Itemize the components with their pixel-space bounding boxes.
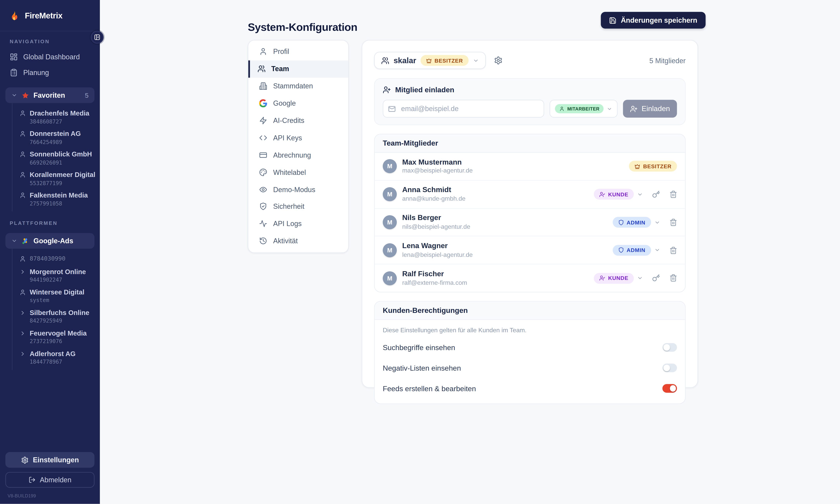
chevron-down-icon[interactable] — [637, 191, 643, 197]
role-label: ADMIN — [627, 219, 645, 225]
save-changes-button[interactable]: Änderungen speichern — [601, 12, 705, 29]
invite-role-select[interactable]: MITARBEITER — [550, 100, 618, 118]
role-badge-kunde[interactable]: KUNDE — [594, 273, 634, 284]
google-ads-group-header[interactable]: Google-Ads — [5, 233, 94, 249]
toggle-negativ-listen[interactable] — [662, 364, 677, 372]
tab-aktivitaet[interactable]: Aktivität — [248, 232, 348, 250]
member-row-ralf: M Ralf Fischer ralf@externe-firma.com KU… — [374, 265, 685, 292]
settings-button[interactable]: Einstellungen — [5, 452, 94, 468]
user-icon — [19, 151, 26, 157]
team-settings-gear-icon[interactable] — [494, 56, 503, 65]
crown-icon — [426, 57, 432, 64]
owner-badge: BESITZER — [421, 55, 469, 66]
permissions-title: Kunden-Berechtigungen — [374, 302, 685, 320]
delete-member-button[interactable] — [669, 190, 677, 198]
sidebar-collapse-button[interactable] — [91, 31, 104, 44]
sidebar-item-label: Global Dashboard — [23, 53, 80, 61]
tab-label: Stammdaten — [273, 82, 313, 90]
logout-button[interactable]: Abmelden — [5, 472, 94, 488]
chevron-down-icon[interactable] — [654, 219, 660, 225]
client-id: 5532877199 — [30, 180, 100, 186]
tab-abrechnung[interactable]: Abrechnung — [248, 146, 348, 164]
tab-profil[interactable]: Profil — [248, 43, 348, 60]
platform-account-item[interactable]: Morgenrot Online 9441902247 — [13, 265, 100, 286]
role-badge-besitzer: BESITZER — [629, 161, 677, 172]
permission-label: Negativ-Listen einsehen — [383, 364, 461, 372]
save-button-label: Änderungen speichern — [621, 16, 697, 24]
page-title: System-Konfiguration — [248, 21, 357, 34]
platform-account-item[interactable]: 8784030990 — [13, 252, 100, 265]
zap-icon — [259, 116, 267, 125]
platform-account-item[interactable]: Silberfuchs Online 8427925949 — [13, 306, 100, 327]
platform-tree: 8784030990 Morgenrot Online 9441902247 W… — [12, 249, 100, 370]
user-icon — [559, 106, 564, 111]
delete-member-button[interactable] — [669, 218, 677, 226]
crown-icon — [634, 163, 641, 169]
avatar: M — [383, 187, 397, 201]
settings-nav: Profil Team Stammdaten Google AI-Credits… — [248, 40, 349, 253]
role-badge-kunde[interactable]: KUNDE — [594, 189, 634, 200]
toggle-feeds[interactable] — [662, 384, 677, 393]
favorite-client-item[interactable]: Donnerstein AG 7664254989 — [13, 127, 100, 148]
mitarbeiter-badge: MITARBEITER — [555, 104, 604, 113]
tab-label: Team — [271, 65, 289, 73]
favorite-client-item[interactable]: Sonnenblick GmbH 6692026091 — [13, 148, 100, 168]
shield-icon — [618, 247, 624, 253]
member-name: Nils Berger — [402, 214, 470, 223]
favorite-client-item[interactable]: Drachenfels Media 3848608727 — [13, 107, 100, 127]
dashboard-icon — [10, 53, 18, 61]
role-badge-admin[interactable]: ADMIN — [613, 245, 651, 256]
client-id: 3848608727 — [30, 119, 100, 124]
chevron-right-icon — [19, 330, 26, 336]
tab-team[interactable]: Team — [248, 60, 348, 77]
role-label: KUNDE — [608, 191, 629, 197]
settings-button-label: Einstellungen — [33, 456, 79, 464]
google-g-icon — [259, 99, 267, 107]
chevron-down-icon[interactable] — [637, 275, 643, 281]
favorites-group-header[interactable]: Favoriten 5 — [5, 87, 94, 103]
sidebar-item-global-dashboard[interactable]: Global Dashboard — [0, 49, 100, 65]
member-email: nils@beispiel-agentur.de — [402, 223, 470, 231]
tab-whitelabel[interactable]: Whitelabel — [248, 164, 348, 181]
favorite-client-item[interactable]: Falkenstein Media 2757991058 — [13, 189, 100, 209]
client-id: 9441902247 — [30, 277, 100, 283]
tab-sicherheit[interactable]: Sicherheit — [248, 198, 348, 215]
invite-button[interactable]: Einladen — [623, 100, 677, 118]
role-badge-admin[interactable]: ADMIN — [613, 217, 651, 228]
delete-member-button[interactable] — [669, 274, 677, 282]
platform-account-item[interactable]: Feuervogel Media 2737219076 — [13, 327, 100, 347]
toggle-suchbegriffe[interactable] — [662, 343, 677, 352]
user-check-icon — [599, 191, 606, 197]
client-name: Wintersee Digital — [30, 288, 84, 296]
chevron-down-icon[interactable] — [654, 247, 660, 253]
tab-demo-modus[interactable]: Demo-Modus — [248, 181, 348, 198]
team-selector[interactable]: skalar BESITZER — [374, 52, 486, 69]
invite-email-input[interactable] — [383, 100, 544, 118]
role-label: MITARBEITER — [567, 106, 599, 111]
platform-account-item[interactable]: Adlerhorst AG 1844778967 — [13, 347, 100, 368]
member-row-max: M Max Mustermann max@beispiel-agentur.de… — [374, 153, 685, 181]
tab-stammdaten[interactable]: Stammdaten — [248, 77, 348, 95]
google-ads-icon — [21, 237, 29, 245]
client-name: Sonnenblick GmbH — [30, 150, 92, 158]
favorite-client-item[interactable]: Korallenmeer Digital 5532877199 — [13, 168, 100, 189]
password-key-button[interactable] — [652, 190, 660, 198]
tab-api-logs[interactable]: API Logs — [248, 215, 348, 232]
avatar: M — [383, 243, 397, 257]
client-id: system — [30, 297, 100, 303]
member-email: lena@beispiel-agentur.de — [402, 251, 473, 259]
user-icon — [19, 289, 26, 295]
chevron-right-icon — [19, 268, 26, 275]
version-label: V8-BUILD199 — [7, 493, 94, 499]
platform-account-item[interactable]: Wintersee Digital system — [13, 286, 100, 306]
member-email: max@beispiel-agentur.de — [402, 167, 473, 175]
password-key-button[interactable] — [652, 274, 660, 282]
tab-api-keys[interactable]: API Keys — [248, 129, 348, 146]
tab-ai-credits[interactable]: AI-Credits — [248, 112, 348, 129]
member-row-anna: M Anna Schmidt anna@kunde-gmbh.de KUNDE — [374, 181, 685, 209]
tab-google[interactable]: Google — [248, 95, 348, 112]
delete-member-button[interactable] — [669, 246, 677, 254]
tab-label: Google — [273, 99, 296, 107]
sidebar-item-planung[interactable]: Planung — [0, 65, 100, 80]
invite-title-row: Mitglied einladen — [383, 86, 677, 94]
